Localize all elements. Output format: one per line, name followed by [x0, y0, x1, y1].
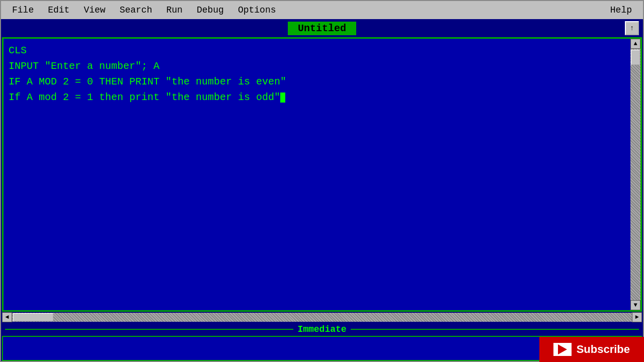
subscribe-overlay[interactable]: Subscribe	[539, 337, 644, 362]
menu-view[interactable]: View	[76, 3, 112, 17]
menu-search[interactable]: Search	[113, 3, 159, 17]
scrollbar-down-button[interactable]: ▼	[630, 300, 640, 310]
immediate-label: Immediate	[297, 324, 346, 334]
window-title: Untitled	[288, 22, 356, 35]
menu-debug[interactable]: Debug	[190, 3, 231, 17]
text-cursor	[280, 93, 285, 103]
editor-container: CLS INPUT "Enter a number"; A IF A MOD 2…	[2, 37, 642, 312]
title-bar: Untitled ↑	[1, 19, 643, 37]
immediate-line-right	[351, 329, 639, 330]
code-line-4: If A mod 2 = 1 then print "the number is…	[9, 92, 280, 103]
scrollbar-track[interactable]	[630, 49, 640, 300]
scrollbar-thumb[interactable]	[631, 50, 640, 65]
code-line-1: CLS	[9, 45, 27, 56]
menu-edit[interactable]: Edit	[41, 3, 76, 17]
immediate-bar: Immediate	[1, 323, 643, 336]
hscrollbar-track[interactable]	[12, 313, 632, 322]
scrollbar-up-button[interactable]: ▲	[630, 39, 640, 49]
menu-help[interactable]: Help	[603, 3, 639, 17]
horizontal-scrollbar-container: ◄ ►	[2, 312, 642, 323]
app-window: File Edit View Search Run Debug Options …	[0, 0, 644, 362]
menu-file[interactable]: File	[5, 3, 41, 17]
immediate-line-left	[5, 329, 293, 330]
menu-options[interactable]: Options	[231, 3, 283, 17]
hscrollbar-thumb[interactable]	[13, 313, 53, 321]
editor-content[interactable]: CLS INPUT "Enter a number"; A IF A MOD 2…	[4, 39, 630, 310]
title-scroll-button[interactable]: ↑	[625, 21, 639, 35]
code-line-3: IF A MOD 2 = 0 THEN PRINT "the number is…	[9, 76, 286, 87]
menu-run[interactable]: Run	[159, 3, 189, 17]
vertical-scrollbar[interactable]: ▲ ▼	[630, 39, 640, 310]
subscribe-label: Subscribe	[577, 343, 630, 356]
scrollbar-right-button[interactable]: ►	[632, 312, 642, 322]
code-line-2: INPUT "Enter a number"; A	[9, 60, 159, 72]
menu-bar: File Edit View Search Run Debug Options …	[1, 1, 643, 19]
scrollbar-left-button[interactable]: ◄	[2, 312, 12, 322]
youtube-play-icon	[553, 343, 572, 356]
